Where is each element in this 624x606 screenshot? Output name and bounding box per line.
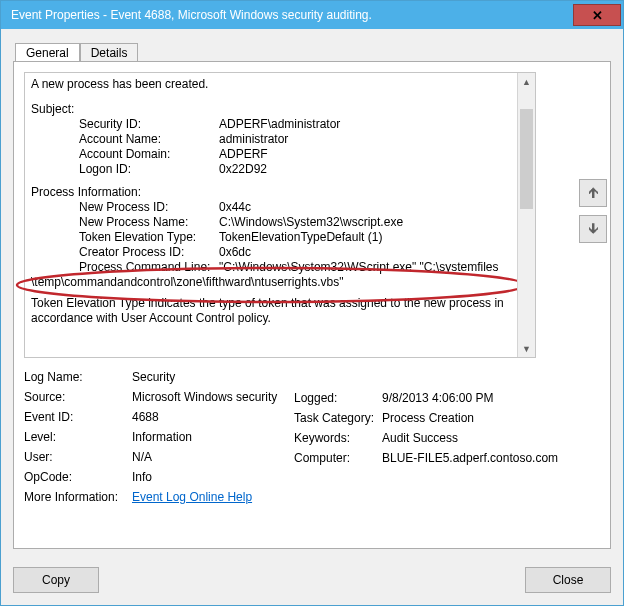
security-id-label: Security ID: <box>79 117 219 132</box>
creator-process-id-value: 0x6dc <box>219 245 251 260</box>
close-button[interactable]: Close <box>525 567 611 593</box>
task-category-label: Task Category: <box>294 411 382 425</box>
subject-section-label: Subject: <box>31 102 511 117</box>
logged-label: Logged: <box>294 391 382 405</box>
arrow-up-icon: 🡩 <box>587 186 600 201</box>
scroll-down-icon[interactable]: ▼ <box>518 340 535 357</box>
new-process-id-value: 0x44c <box>219 200 251 215</box>
event-metadata-grid: Log Name:Security Source:Microsoft Windo… <box>24 370 600 504</box>
user-label: User: <box>24 450 132 464</box>
source-label: Source: <box>24 390 132 404</box>
account-name-value: administrator <box>219 132 288 147</box>
tab-general[interactable]: General <box>15 43 80 62</box>
task-category-value: Process Creation <box>382 411 474 425</box>
more-information-label: More Information: <box>24 490 132 504</box>
next-event-button[interactable]: 🡫 <box>579 215 607 243</box>
scroll-thumb[interactable] <box>520 109 533 209</box>
close-icon[interactable]: ✕ <box>573 4 621 26</box>
user-value: N/A <box>132 450 152 464</box>
window-title: Event Properties - Event 4688, Microsoft… <box>11 8 573 22</box>
source-value: Microsoft Windows security <box>132 390 277 404</box>
scroll-up-icon[interactable]: ▲ <box>518 73 535 90</box>
process-command-line-label: Process Command Line: <box>79 260 219 275</box>
account-domain-value: ADPERF <box>219 147 268 162</box>
computer-label: Computer: <box>294 451 382 465</box>
log-name-value: Security <box>132 370 175 384</box>
titlebar[interactable]: Event Properties - Event 4688, Microsoft… <box>1 1 623 29</box>
event-id-value: 4688 <box>132 410 159 424</box>
logon-id-label: Logon ID: <box>79 162 219 177</box>
process-info-section-label: Process Information: <box>31 185 511 200</box>
tab-details[interactable]: Details <box>80 43 139 63</box>
event-log-online-help-link[interactable]: Event Log Online Help <box>132 490 252 504</box>
token-elevation-type-label: Token Elevation Type: <box>79 230 219 245</box>
client-area: General Details A new process has been c… <box>1 29 623 605</box>
level-value: Information <box>132 430 192 444</box>
token-elevation-explainer: Token Elevation Type indicates the type … <box>31 296 511 326</box>
new-process-name-value: C:\Windows\System32\wscript.exe <box>219 215 403 230</box>
process-command-line-value-2: \temp\commandandcontrol\zone\fifthward\n… <box>31 275 511 290</box>
opcode-label: OpCode: <box>24 470 132 484</box>
previous-event-button[interactable]: 🡩 <box>579 179 607 207</box>
process-command-line-value-1: "C:\Windows\System32\WScript.exe" "C:\sy… <box>219 260 499 275</box>
dialog-button-row: Copy Close <box>13 567 611 593</box>
creator-process-id-label: Creator Process ID: <box>79 245 219 260</box>
copy-button[interactable]: Copy <box>13 567 99 593</box>
tab-panel-general: A new process has been created. Subject:… <box>13 61 611 549</box>
logged-value: 9/8/2013 4:06:00 PM <box>382 391 493 405</box>
computer-value: BLUE-FILE5.adperf.contoso.com <box>382 451 558 465</box>
log-name-label: Log Name: <box>24 370 132 384</box>
event-description-box: A new process has been created. Subject:… <box>24 72 536 358</box>
account-domain-label: Account Domain: <box>79 147 219 162</box>
opcode-value: Info <box>132 470 152 484</box>
new-process-name-label: New Process Name: <box>79 215 219 230</box>
keywords-value: Audit Success <box>382 431 458 445</box>
tab-strip: General Details <box>15 39 611 61</box>
keywords-label: Keywords: <box>294 431 382 445</box>
event-id-label: Event ID: <box>24 410 132 424</box>
logon-id-value: 0x22D92 <box>219 162 267 177</box>
level-label: Level: <box>24 430 132 444</box>
description-scrollbar[interactable]: ▲ ▼ <box>517 73 535 357</box>
token-elevation-type-value: TokenElevationTypeDefault (1) <box>219 230 382 245</box>
account-name-label: Account Name: <box>79 132 219 147</box>
security-id-value: ADPERF\administrator <box>219 117 340 132</box>
event-description-text: A new process has been created. Subject:… <box>25 73 517 357</box>
new-process-id-label: New Process ID: <box>79 200 219 215</box>
event-properties-window: Event Properties - Event 4688, Microsoft… <box>0 0 624 606</box>
desc-heading: A new process has been created. <box>31 77 511 92</box>
arrow-down-icon: 🡫 <box>587 222 600 237</box>
